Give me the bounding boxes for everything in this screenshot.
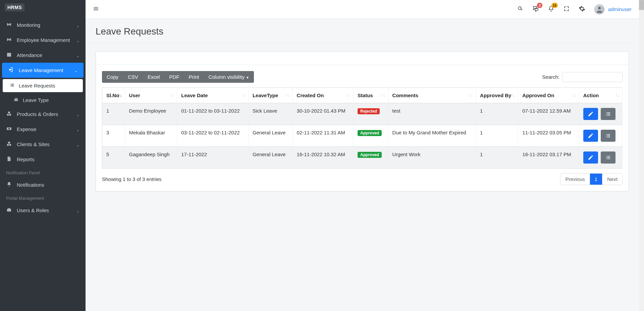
chevron-left-icon bbox=[76, 143, 79, 146]
column-visibility-button[interactable]: Column visibility▼ bbox=[204, 71, 254, 83]
sidebar-item-employee-management[interactable]: Employee Management bbox=[0, 33, 86, 48]
col-user[interactable]: User↑↓ bbox=[125, 88, 177, 103]
sidebar-subitem-leave-requests[interactable]: Leave Requests bbox=[3, 79, 83, 92]
sidebar-subitem-leave-type[interactable]: Leave Type bbox=[0, 94, 86, 107]
user-menu[interactable]: adminuser bbox=[594, 4, 632, 15]
table-info: Showing 1 to 3 of 3 entries bbox=[102, 176, 162, 182]
edit-button[interactable] bbox=[583, 108, 598, 120]
cell-comments: Urgent Work bbox=[388, 147, 476, 169]
fullscreen-button[interactable] bbox=[563, 5, 570, 13]
pdf-button[interactable]: PDF bbox=[165, 71, 184, 83]
pager-next-button[interactable]: Next bbox=[602, 174, 622, 185]
cell-user: Mekala Bhaskar bbox=[125, 125, 177, 147]
copy-button[interactable]: Copy bbox=[102, 71, 123, 83]
chevron-left-icon bbox=[76, 39, 79, 42]
page-scrollbar[interactable] bbox=[639, 0, 644, 311]
excel-button[interactable]: Excel bbox=[143, 71, 165, 83]
sidebar-item-label: Notifications bbox=[17, 182, 44, 188]
pagination: Previous 1 Next bbox=[560, 173, 623, 185]
details-button[interactable] bbox=[601, 151, 615, 164]
svg-point-0 bbox=[598, 7, 601, 9]
col-leave-date[interactable]: Leave Date↑↓ bbox=[177, 88, 249, 103]
details-button[interactable] bbox=[601, 108, 615, 120]
csv-button[interactable]: CSV bbox=[123, 71, 143, 83]
sort-icon: ↑↓ bbox=[170, 94, 174, 97]
briefcase-icon bbox=[13, 97, 19, 103]
sort-icon: ↑↓ bbox=[469, 94, 473, 97]
chevron-down-icon bbox=[74, 69, 77, 72]
sidebar-item-notifications[interactable]: Notifications bbox=[0, 177, 86, 192]
col-approved-on[interactable]: Approved On↑↓ bbox=[518, 88, 579, 103]
col-status[interactable]: Status↑↓ bbox=[354, 88, 388, 103]
search-label: Search: bbox=[542, 74, 559, 80]
cell-user: Demo Employee bbox=[125, 103, 177, 125]
sidebar-heading-portal: Portal Management bbox=[0, 192, 86, 203]
username-label: adminuser bbox=[608, 6, 632, 12]
sidebar-item-products-orders[interactable]: Products & Orders bbox=[0, 107, 86, 122]
col-created-on[interactable]: Created On↑↓ bbox=[292, 88, 353, 103]
file-icon bbox=[6, 156, 12, 163]
chevron-left-icon bbox=[76, 54, 79, 57]
col-comments[interactable]: Comments↑↓ bbox=[388, 88, 476, 103]
briefcase-icon bbox=[6, 207, 12, 214]
page-title: Leave Requests bbox=[86, 19, 639, 43]
edit-button[interactable] bbox=[583, 151, 598, 164]
search-button[interactable] bbox=[517, 5, 524, 13]
sort-icon: ↑↓ bbox=[511, 94, 515, 97]
col-slno[interactable]: Sl.No↑↓ bbox=[102, 88, 125, 103]
cell-approved-on: 16-11-2022 03.17 PM bbox=[518, 147, 579, 169]
chevron-left-icon bbox=[76, 128, 79, 131]
cell-slno: 5 bbox=[102, 147, 125, 169]
table-row: 1Demo Employee01-11-2022 to 03-11-2022Si… bbox=[102, 103, 623, 125]
search-input[interactable] bbox=[562, 72, 623, 82]
sidebar-item-label: Reports bbox=[17, 157, 35, 162]
sidebar-item-expense[interactable]: Expense bbox=[0, 122, 86, 137]
scrollbar-thumb[interactable] bbox=[639, 0, 644, 10]
cell-approved-on: 11-11-2022 03.05 PM bbox=[518, 125, 579, 147]
cell-leave-date: 17-11-2022 bbox=[177, 147, 249, 169]
cell-approved-on: 07-11-2022 12.59 AM bbox=[518, 103, 579, 125]
sidebar-item-clients-sites[interactable]: Clients & Sites bbox=[0, 137, 86, 152]
cell-status: Rejected bbox=[354, 103, 388, 125]
messages-button[interactable]: 3 bbox=[532, 5, 539, 13]
sidebar-item-label: Leave Management bbox=[19, 67, 63, 73]
edit-button[interactable] bbox=[583, 130, 598, 142]
cell-created-on: 30-10-2022 01.43 PM bbox=[292, 103, 353, 125]
money-icon bbox=[6, 126, 12, 133]
cell-action bbox=[579, 125, 622, 147]
print-button[interactable]: Print bbox=[184, 71, 204, 83]
sidebar-item-monitoring[interactable]: Monitoring bbox=[0, 17, 86, 33]
chevron-left-icon bbox=[76, 209, 79, 212]
table-footer: Showing 1 to 3 of 3 entries Previous 1 N… bbox=[102, 173, 623, 185]
sort-icon: ↑↓ bbox=[118, 94, 122, 97]
brand-logo: HRMS bbox=[5, 3, 24, 11]
pager-prev-button[interactable]: Previous bbox=[560, 174, 589, 185]
boxes-icon bbox=[6, 111, 12, 118]
content: Copy CSV Excel PDF Print Column visibili… bbox=[86, 43, 639, 311]
sidebar-item-reports[interactable]: Reports bbox=[0, 152, 86, 167]
table-row: 3Mekala Bhaskar03-11-2022 to 02-11-2022G… bbox=[102, 125, 623, 147]
sidebar-item-attendance[interactable]: Attendance bbox=[0, 48, 86, 63]
col-action[interactable]: Action↑↓ bbox=[579, 88, 622, 103]
sidebar-nav: Monitoring Employee Management Attendanc… bbox=[0, 15, 86, 218]
leave-requests-table: Sl.No↑↓ User↑↓ Leave Date↑↓ LeaveType↑↓ … bbox=[102, 87, 623, 169]
binoculars-icon bbox=[6, 37, 12, 44]
cell-comments: test bbox=[388, 103, 476, 125]
pager-page-button[interactable]: 1 bbox=[590, 174, 602, 185]
sidebar-item-label: Employee Management bbox=[17, 37, 70, 43]
notifications-button[interactable]: 15 bbox=[548, 5, 554, 13]
table-row: 5Gagandeep Singh17-11-2022General Leave1… bbox=[102, 147, 623, 169]
cell-status: Approved bbox=[354, 125, 388, 147]
menu-toggle-button[interactable] bbox=[93, 6, 99, 13]
cell-approved-by: 1 bbox=[476, 147, 518, 169]
details-button[interactable] bbox=[601, 130, 615, 142]
cell-action bbox=[579, 147, 622, 169]
sidebar-item-users-roles[interactable]: Users & Roles bbox=[0, 203, 86, 218]
chevron-left-icon bbox=[76, 113, 79, 116]
sidebar-item-leave-management[interactable]: Leave Management bbox=[2, 63, 84, 78]
settings-button[interactable] bbox=[579, 5, 585, 13]
col-approved-by[interactable]: Approved By↑↓ bbox=[476, 88, 518, 103]
col-leave-type[interactable]: LeaveType↑↓ bbox=[248, 88, 292, 103]
sidebar-item-label: Products & Orders bbox=[17, 111, 58, 117]
cell-leave-type: Sick Leave bbox=[248, 103, 292, 125]
